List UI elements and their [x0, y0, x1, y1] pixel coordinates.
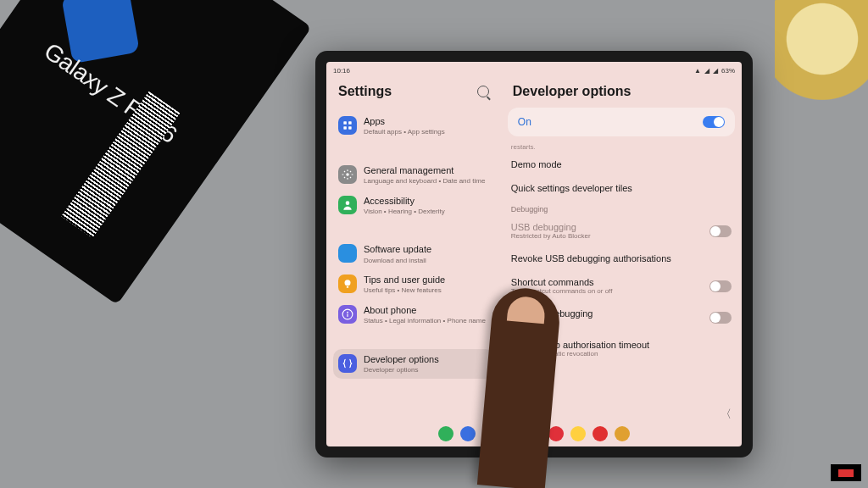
svg-point-5: [346, 201, 350, 205]
dev-item-title: USB debugging: [511, 222, 591, 232]
svg-rect-10: [347, 313, 348, 317]
nav-subtitle: Vision • Hearing • Dexterity: [364, 208, 445, 216]
nav-subtitle: Download and install: [364, 257, 431, 265]
status-right: ▲ ◢ ◢ 63%: [694, 67, 735, 75]
download-icon: [338, 244, 357, 263]
nav-item-tips-and-user-guide[interactable]: Tips and user guideUseful tips • New fea…: [333, 269, 494, 300]
nav-subtitle: Language and keyboard • Date and time: [364, 177, 485, 186]
signal-icon-2: ◢: [713, 67, 718, 75]
svg-point-9: [347, 312, 348, 313]
dock-app-8[interactable]: [615, 426, 630, 441]
bulb-icon: [338, 274, 357, 293]
svg-rect-1: [348, 121, 352, 125]
status-time: 10:16: [333, 67, 350, 75]
nav-title: Software update: [364, 244, 431, 255]
person-icon: [338, 196, 357, 214]
status-bar: 10:16 ▲ ◢ ◢ 63%: [326, 62, 742, 79]
nav-item-accessibility[interactable]: AccessibilityVision • Hearing • Dexterit…: [333, 191, 494, 221]
channel-badge: [831, 464, 861, 481]
nav-item-apps[interactable]: AppsDefault apps • App settings: [333, 111, 494, 141]
nav-item-software-update[interactable]: Software updateDownload and install: [333, 239, 494, 269]
nav-title: Apps: [364, 116, 445, 127]
dev-item-quick-settings-developer-tiles[interactable]: Quick settings developer tiles: [508, 176, 735, 200]
master-toggle-label: On: [518, 116, 531, 128]
svg-rect-7: [347, 286, 348, 288]
nav-subtitle: Status • Legal information • Phone name: [364, 317, 486, 325]
section-header: Debugging: [508, 200, 735, 215]
search-icon[interactable]: [477, 86, 489, 97]
dev-item-subtitle: Restricted by Auto Blocker: [511, 232, 591, 240]
apps-icon: [338, 116, 357, 135]
dev-item-demo-mode[interactable]: Demo mode: [508, 152, 735, 176]
wifi-icon: ▲: [694, 67, 701, 75]
dev-item-title: Quick settings developer tiles: [511, 183, 632, 193]
svg-rect-2: [343, 126, 347, 130]
svg-rect-3: [348, 126, 352, 130]
svg-point-4: [346, 173, 349, 176]
braces-icon: [338, 354, 357, 373]
developer-options-master-toggle[interactable]: On: [508, 108, 735, 136]
info-icon: [338, 305, 357, 324]
dev-item-usb-debugging: USB debuggingRestricted by Auto Blocker: [508, 215, 735, 247]
dock-app-5[interactable]: [548, 426, 564, 441]
desk-toy-prop: [775, 0, 868, 110]
nav-subtitle: Developer options: [364, 366, 439, 374]
dock-app-0[interactable]: [438, 426, 453, 441]
back-icon[interactable]: 〈: [721, 407, 732, 422]
dev-item-title: Revoke USB debugging authorisations: [511, 253, 671, 263]
toggle-switch-icon: [709, 225, 732, 237]
nav-title: About phone: [364, 305, 486, 316]
nav-title: Accessibility: [364, 196, 445, 207]
gear-icon: [338, 165, 357, 184]
nav-subtitle: Useful tips • New features: [364, 286, 445, 295]
nav-subtitle: Default apps • App settings: [364, 128, 445, 136]
settings-title: Settings: [338, 84, 392, 99]
dock-app-6[interactable]: [570, 426, 586, 441]
battery-text: 63%: [721, 67, 735, 75]
developer-options-title: Developer options: [513, 84, 730, 99]
nav-item-about-phone[interactable]: About phoneStatus • Legal information • …: [333, 300, 494, 330]
settings-pane: Settings AppsDefault apps • App settings…: [326, 79, 501, 424]
dev-item-title: Shortcut commands: [511, 277, 613, 287]
dev-item-revoke-usb-debugging-authorisations[interactable]: Revoke USB debugging authorisations: [508, 247, 735, 270]
nav-title: General management: [364, 165, 485, 176]
dock-app-7[interactable]: [593, 426, 608, 441]
toggle-switch-icon[interactable]: [709, 280, 732, 292]
svg-point-6: [345, 280, 351, 286]
dock-app-1[interactable]: [460, 426, 476, 441]
toggle-switch-icon[interactable]: [709, 312, 732, 324]
signal-icon: ◢: [704, 67, 709, 75]
toggle-switch-icon: [703, 116, 725, 128]
nav-item-general-management[interactable]: General managementLanguage and keyboard …: [333, 160, 494, 191]
nav-title: Tips and user guide: [364, 274, 445, 286]
restarts-note: restarts.: [508, 141, 735, 152]
dev-item-title: Demo mode: [511, 159, 562, 169]
nav-title: Developer options: [364, 354, 439, 365]
product-box-prop: Galaxy Z Fold6: [0, 0, 312, 305]
nav-item-developer-options[interactable]: Developer optionsDeveloper options: [333, 349, 494, 380]
svg-rect-0: [343, 121, 347, 125]
